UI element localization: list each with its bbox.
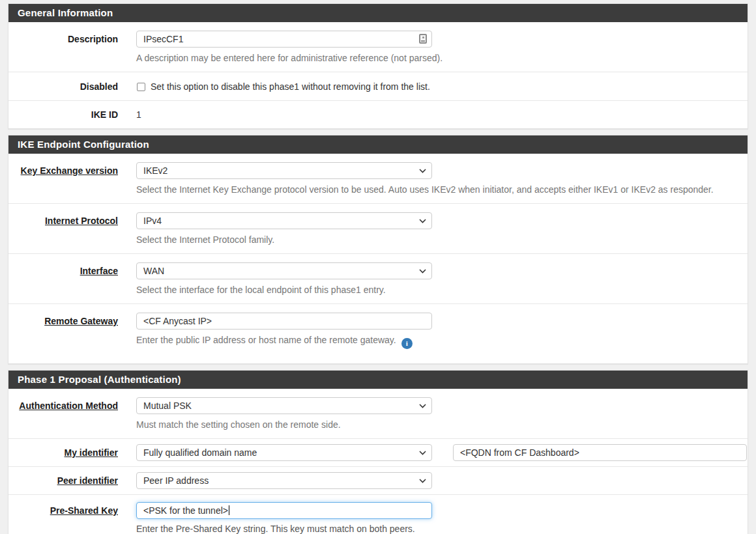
my-identifier-label: My identifier (65, 447, 118, 458)
panel-ike-endpoint-configuration: IKE Endpoint Configuration Key Exchange … (8, 135, 748, 364)
key-exchange-version-label: Key Exchange version (21, 165, 118, 176)
description-help: A description may be entered here for ad… (136, 52, 737, 64)
peer-identifier-select[interactable]: Peer IP address (136, 472, 432, 489)
panel-general-information: General Information Description A descri… (8, 3, 748, 129)
internet-protocol-select[interactable]: IPv4 (136, 212, 432, 229)
remote-gateway-label: Remote Gateway (44, 316, 118, 326)
info-circle-icon[interactable]: i (401, 338, 413, 349)
disabled-checkbox-label: Set this option to disable this phase1 w… (151, 81, 430, 92)
row-internet-protocol: Internet Protocol IPv4 Select the Intern… (8, 203, 748, 253)
row-ike-id: IKE ID 1 (8, 100, 748, 128)
my-identifier-select[interactable]: Fully qualified domain name (136, 444, 432, 461)
remote-gateway-help: Enter the public IP address or host name… (136, 334, 737, 349)
section-title: IKE Endpoint Configuration (8, 135, 748, 154)
interface-select[interactable]: WAN (136, 262, 432, 279)
row-remote-gateway: Remote Gateway Enter the public IP addre… (8, 303, 748, 363)
interface-help: Select the interface for the local endpo… (136, 284, 737, 296)
section-title: General Information (8, 4, 748, 22)
section-title: Phase 1 Proposal (Authentication) (8, 371, 748, 389)
ike-id-value: 1 (136, 106, 737, 123)
my-identifier-value-input[interactable] (453, 444, 747, 461)
description-label: Description (8, 31, 136, 48)
panel-phase1-proposal-authentication: Phase 1 Proposal (Authentication) Authen… (8, 370, 748, 534)
row-key-exchange-version: Key Exchange version IKEv2 Select the In… (8, 154, 748, 203)
authentication-method-select[interactable]: Mutual PSK (136, 397, 432, 414)
pre-shared-key-value: <PSK for the tunnel> (143, 505, 228, 516)
authentication-method-help: Must match the setting chosen on the rem… (136, 419, 737, 431)
ike-id-label: IKE ID (8, 106, 136, 123)
row-pre-shared-key: Pre-Shared Key <PSK for the tunnel> Ente… (8, 494, 748, 534)
text-caret (229, 505, 229, 515)
pre-shared-key-input[interactable]: <PSK for the tunnel> (136, 502, 432, 519)
row-authentication-method: Authentication Method Mutual PSK Must ma… (8, 389, 748, 438)
autofill-icon[interactable] (419, 34, 427, 44)
disabled-checkbox[interactable] (137, 83, 145, 91)
row-peer-identifier: Peer identifier Peer IP address (8, 466, 748, 494)
row-my-identifier: My identifier Fully qualified domain nam… (8, 438, 748, 466)
internet-protocol-help: Select the Internet Protocol family. (136, 234, 737, 246)
psk-help-line1: Enter the Pre-Shared Key string. This ke… (136, 523, 737, 534)
interface-label: Interface (80, 266, 118, 276)
key-exchange-version-select[interactable]: IKEv2 (136, 162, 432, 179)
pre-shared-key-label: Pre-Shared Key (50, 505, 118, 516)
row-interface: Interface WAN Select the interface for t… (8, 253, 748, 303)
authentication-method-label: Authentication Method (19, 400, 118, 411)
row-disabled: Disabled Set this option to disable this… (8, 72, 748, 100)
key-exchange-version-help: Select the Internet Key Exchange protoco… (136, 184, 737, 196)
disabled-label: Disabled (8, 81, 136, 92)
peer-identifier-label: Peer identifier (57, 475, 118, 486)
description-input[interactable] (136, 31, 432, 48)
row-description: Description A description may be entered… (8, 22, 748, 72)
remote-gateway-input[interactable] (136, 313, 432, 330)
internet-protocol-label: Internet Protocol (45, 216, 118, 226)
